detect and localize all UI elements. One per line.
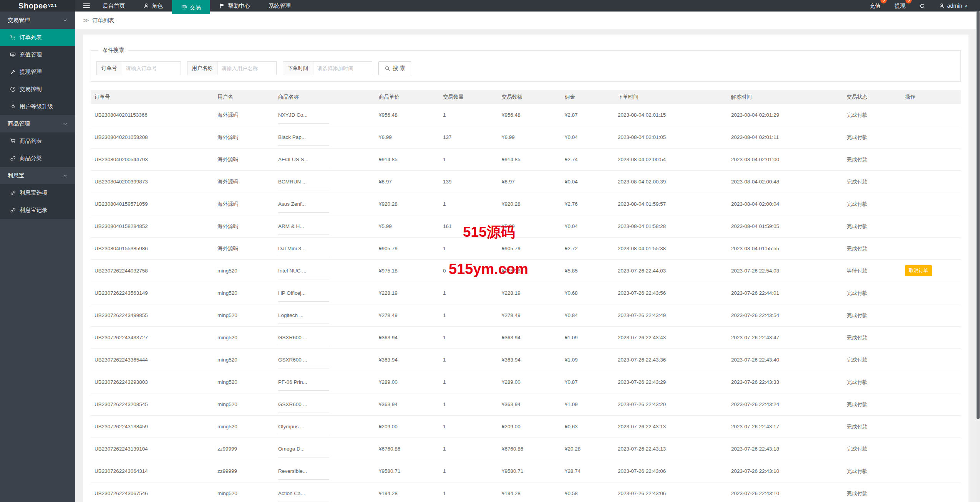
- cell-order-time: 2023-08-04 01:59:57: [614, 201, 727, 207]
- product-name[interactable]: Intel NUC ...: [278, 268, 329, 279]
- product-name[interactable]: ARM & H...: [278, 223, 329, 235]
- column-header: 用户名: [214, 94, 274, 101]
- cell-amount: ¥9580.71: [498, 468, 561, 474]
- sidebar-item-order-list[interactable]: 订单列表: [0, 29, 75, 46]
- cell-order-time: 2023-08-04 02:01:15: [614, 112, 727, 118]
- cell-order-time: 2023-07-26 22:43:06: [614, 468, 727, 474]
- product-name[interactable]: BCMRUN ...: [278, 179, 329, 190]
- menu-toggle-icon[interactable]: [80, 0, 93, 12]
- cell-price: ¥6760.86: [375, 446, 439, 452]
- cell-order-time: 2023-07-26 22:43:06: [614, 490, 727, 496]
- cell-qty: 1: [439, 335, 498, 340]
- nav-item-system-manage[interactable]: 系统管理: [259, 0, 300, 12]
- table-header: 订单号用户名商品名称商品单价交易数量交易数额佣金下单时间解冻时间交易状态操作: [91, 90, 961, 104]
- cell-user: 海外源码: [214, 245, 274, 252]
- cell-product: Reversible...: [274, 468, 375, 474]
- cell-product: GSXR600 ...: [274, 357, 375, 363]
- cell-price: ¥278.49: [375, 312, 439, 318]
- cell-status: 完成付款: [843, 401, 901, 408]
- cell-order-time: 2023-08-04 02:00:39: [614, 179, 727, 185]
- column-header: 商品单价: [375, 94, 439, 101]
- scrollbar-thumb[interactable]: [977, 12, 980, 419]
- cell-order-no: UB2308040200399873: [91, 179, 214, 185]
- product-name[interactable]: DJI Mini 3...: [278, 246, 329, 257]
- sidebar-item-lixibao-records[interactable]: 利息宝记录: [0, 201, 75, 219]
- link-icon: [10, 190, 16, 196]
- cell-order-no: UB2307262243139104: [91, 446, 214, 452]
- cell-commission: ¥0.87: [561, 379, 614, 385]
- cancel-order-button[interactable]: 取消订单: [905, 265, 932, 276]
- cell-order-time: 2023-07-26 22:43:43: [614, 335, 727, 340]
- cell-product: Black Pap...: [274, 134, 375, 140]
- cell-product: BCMRUN ...: [274, 179, 375, 185]
- cell-amount: ¥914.85: [498, 157, 561, 162]
- product-name[interactable]: Olympus ...: [278, 424, 329, 435]
- cell-order-time: 2023-07-26 22:44:03: [614, 268, 727, 274]
- cell-order-time: 2023-07-26 22:43:56: [614, 290, 727, 296]
- user-menu[interactable]: admin ∧: [932, 0, 975, 12]
- sidebar-item-goods-list[interactable]: 商品列表: [0, 132, 75, 150]
- nav-item-trade[interactable]: 交易: [172, 0, 210, 14]
- cell-product: Intel NUC ...: [274, 268, 375, 274]
- cell-order-no: UB2307262243433727: [91, 335, 214, 340]
- product-name[interactable]: Omega D...: [278, 446, 329, 457]
- sidebar-item-user-level-upgrade[interactable]: 用户等级升级: [0, 98, 75, 115]
- product-name[interactable]: HP Officej...: [278, 290, 329, 302]
- sidebar-item-goods-category[interactable]: 商品分类: [0, 150, 75, 167]
- cell-commission: ¥0.04: [561, 179, 614, 185]
- user-name-input[interactable]: [218, 62, 276, 75]
- cell-product: GSXR600 ...: [274, 335, 375, 341]
- product-name[interactable]: Asus Zenf...: [278, 201, 329, 213]
- cell-unfreeze-time: 2023-08-04 01:55:55: [727, 246, 843, 251]
- board-icon: [10, 52, 16, 58]
- search-button[interactable]: 搜 索: [378, 61, 411, 75]
- cell-user: 海外源码: [214, 223, 274, 230]
- cell-product: Olympus ...: [274, 424, 375, 430]
- product-name[interactable]: PF-06 Prin...: [278, 379, 329, 391]
- recharge-link[interactable]: 充值 0: [862, 0, 887, 12]
- cell-unfreeze-time: 2023-07-26 22:43:40: [727, 357, 843, 363]
- search-field-order-time: 下单时间: [283, 61, 372, 75]
- product-name[interactable]: Action Ca...: [278, 490, 329, 502]
- sidebar-group-lixibao[interactable]: 利息宝: [0, 167, 75, 184]
- cell-order-time: 2023-08-04 02:00:54: [614, 157, 727, 162]
- sidebar-item-lixibao-options[interactable]: 利息宝选项: [0, 184, 75, 201]
- cell-product: ARM & H...: [274, 223, 375, 230]
- sidebar-item-trade-control[interactable]: 交易控制: [0, 81, 75, 98]
- product-name[interactable]: Logitech ...: [278, 312, 329, 324]
- product-name[interactable]: GSXR600 ...: [278, 335, 329, 346]
- order-no-input[interactable]: [122, 62, 181, 75]
- cell-qty: 1: [439, 424, 498, 429]
- product-name[interactable]: GSXR600 ...: [278, 357, 329, 368]
- sidebar-group-goods-manage[interactable]: 商品管理: [0, 115, 75, 132]
- cell-qty: 1: [439, 468, 498, 474]
- nav-item-help-center[interactable]: 帮助中心: [210, 0, 259, 12]
- cell-user: ming520: [214, 424, 274, 429]
- sidebar-item-recharge-manage[interactable]: 充值管理: [0, 46, 75, 63]
- sidebar-group-trade-manage[interactable]: 交易管理: [0, 12, 75, 29]
- cell-product: Omega D...: [274, 446, 375, 452]
- sidebar-item-withdraw-manage[interactable]: 提现管理: [0, 63, 75, 81]
- refresh-button[interactable]: [912, 0, 932, 12]
- cell-user: zz99999: [214, 468, 274, 474]
- scrollbar[interactable]: [976, 12, 980, 502]
- cell-commission: ¥5.85: [561, 268, 614, 274]
- order-time-input[interactable]: [313, 62, 372, 75]
- product-name[interactable]: GSXR600 ...: [278, 401, 329, 413]
- product-name[interactable]: Reversible...: [278, 468, 329, 480]
- cell-order-no: UB2308040201058208: [91, 134, 214, 140]
- withdraw-link[interactable]: 提现 0: [887, 0, 912, 12]
- cart-icon: [10, 138, 16, 144]
- cell-user: 海外源码: [214, 201, 274, 208]
- cell-amount: ¥905.79: [498, 246, 561, 251]
- product-name[interactable]: AEOLUS S...: [278, 157, 329, 168]
- product-name[interactable]: NXYJD Co...: [278, 112, 329, 124]
- cell-amount: ¥194.28: [498, 490, 561, 496]
- cell-product: Action Ca...: [274, 490, 375, 497]
- nav-item-home[interactable]: 后台首页: [93, 0, 134, 12]
- cell-product: PF-06 Prin...: [274, 379, 375, 385]
- product-name[interactable]: Black Pap...: [278, 134, 329, 146]
- withdraw-badge: 0: [905, 0, 912, 3]
- nav-item-role[interactable]: 角色: [134, 0, 172, 12]
- cell-status: 完成付款: [843, 201, 901, 208]
